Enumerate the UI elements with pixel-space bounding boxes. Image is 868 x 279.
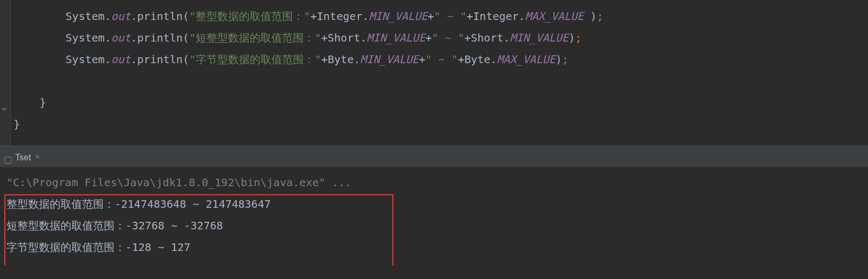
svg-rect-0 — [5, 157, 11, 164]
code-line-2: System.out.println("短整型数据的取值范围："+Short.M… — [14, 27, 868, 49]
output-line-1: 整型数据的取值范围：-2147483648 ~ 2147483647 — [6, 193, 862, 215]
code-line-1: System.out.println("整型数据的取值范围："+Integer.… — [14, 5, 868, 27]
jdk-path-line: "C:\Program Files\Java\jdk1.8.0_192\bin\… — [6, 172, 862, 193]
code-line-3: System.out.println("字节型数据的取值范围："+Byte.MI… — [14, 49, 868, 70]
blank-line — [14, 70, 868, 92]
console-output[interactable]: "C:\Program Files\Java\jdk1.8.0_192\bin\… — [0, 167, 868, 266]
console-tab-bar: Tset × — [0, 148, 868, 167]
tab-close-button[interactable]: × — [35, 151, 39, 163]
close-brace-2: } — [14, 113, 868, 135]
console-tab-label[interactable]: Tset — [15, 151, 31, 165]
output-line-3: 字节型数据的取值范围：-128 ~ 127 — [6, 236, 862, 258]
fold-marker-icon[interactable] — [1, 106, 9, 113]
code-editor[interactable]: System.out.println("整型数据的取值范围："+Integer.… — [0, 0, 868, 146]
close-brace-1: } — [14, 92, 868, 113]
editor-gutter — [0, 0, 11, 146]
run-config-icon — [4, 154, 12, 161]
code-content[interactable]: System.out.println("整型数据的取值范围："+Integer.… — [0, 5, 868, 135]
output-line-2: 短整型数据的取值范围：-32768 ~ -32768 — [6, 215, 862, 236]
